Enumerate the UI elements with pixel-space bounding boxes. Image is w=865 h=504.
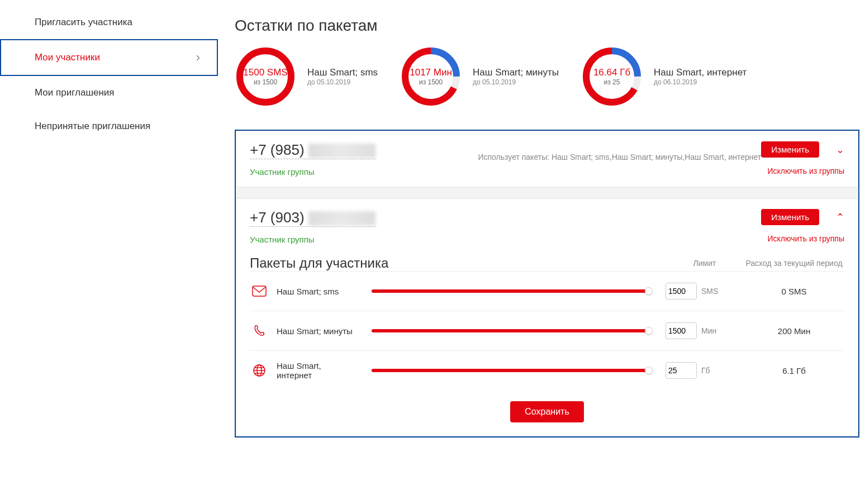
edit-button[interactable]: Изменить	[761, 209, 819, 225]
package-spend: 0 SMS	[744, 287, 844, 296]
sidebar: Пригласить участника Мои участники › Мои…	[0, 0, 218, 443]
remainders-row: 1500 SMS из 1500 Наш Smart; sms до 05.10…	[235, 46, 859, 107]
column-spend: Расход за текущий период	[744, 259, 844, 268]
package-row-minutes: Наш Smart; минуты Мин 200 Мин	[250, 311, 844, 350]
limit-unit: Гб	[701, 366, 710, 375]
sidebar-item-my-members[interactable]: Мои участники ›	[0, 39, 218, 76]
member-phone[interactable]: +7 (985)	[250, 141, 376, 159]
member-card: +7 (903) Участник группы Изменить ⌃ Искл…	[236, 198, 858, 436]
chevron-up-icon[interactable]: ⌃	[836, 211, 844, 224]
phone-prefix: +7 (985)	[250, 141, 305, 158]
globe-icon	[250, 361, 269, 380]
remainders-title: Остатки по пакетам	[235, 17, 859, 35]
limit-unit: Мин	[701, 326, 716, 335]
member-phone[interactable]: +7 (903)	[250, 209, 376, 227]
sidebar-item-label: Мои приглашения	[35, 87, 115, 98]
sidebar-item-pending-invites[interactable]: Непринятые приглашения	[0, 110, 218, 143]
package-name: Наш Smart; sms	[277, 287, 355, 296]
phone-masked	[308, 211, 376, 226]
ring-sub: из 25	[604, 78, 620, 86]
remainder-minutes: 1017 Мин из 1500 Наш Smart; минуты до 05…	[400, 46, 559, 107]
ring-sub: из 1500	[254, 78, 277, 86]
ring-value: 16.64 Гб	[593, 67, 630, 78]
member-role: Участник группы	[250, 235, 376, 244]
remainder-sms: 1500 SMS из 1500 Наш Smart; sms до 05.10…	[235, 46, 378, 107]
member-card: +7 (985) Участник группы Использует паке…	[236, 131, 858, 187]
ring-sub: из 1500	[419, 78, 443, 86]
ring-value: 1017 Мин	[410, 67, 452, 78]
limit-slider[interactable]	[372, 329, 649, 332]
remainder-internet: 16.64 Гб из 25 Наш Smart, интернет до 06…	[581, 46, 747, 107]
phone-masked	[308, 144, 376, 158]
package-spend: 6.1 Гб	[744, 366, 844, 375]
phone-icon	[250, 321, 269, 340]
phone-prefix: +7 (903)	[250, 209, 305, 226]
remainder-date: до 05.10.2019	[473, 78, 559, 86]
sidebar-item-label: Мои участники	[35, 52, 100, 63]
column-limit: Лимит	[666, 259, 744, 268]
svg-rect-8	[253, 286, 266, 296]
exclude-link[interactable]: Исключить из группы	[767, 167, 844, 175]
chevron-down-icon[interactable]: ⌄	[836, 144, 844, 156]
package-name: Наш Smart, интернет	[277, 361, 355, 380]
edit-button[interactable]: Изменить	[761, 141, 819, 158]
ring-sms: 1500 SMS из 1500	[235, 46, 296, 107]
sidebar-item-my-invites[interactable]: Мои приглашения	[0, 76, 218, 110]
ring-value: 1500 SMS	[243, 67, 287, 78]
remainder-name: Наш Smart, интернет	[654, 67, 747, 78]
ring-minutes: 1017 Мин из 1500	[400, 46, 462, 107]
save-button[interactable]: Сохранить	[510, 401, 584, 422]
sidebar-item-invite[interactable]: Пригласить участника	[0, 6, 218, 39]
package-row-internet: Наш Smart, интернет Гб 6.1 Гб	[250, 350, 844, 390]
exclude-link[interactable]: Исключить из группы	[767, 234, 844, 243]
packages-title: Пакеты для участника	[250, 255, 666, 271]
members-panel: +7 (985) Участник группы Использует паке…	[235, 130, 859, 438]
envelope-icon	[250, 282, 269, 301]
ring-internet: 16.64 Гб из 25	[581, 46, 643, 107]
package-row-sms: Наш Smart; sms SMS 0 SMS	[250, 271, 844, 311]
package-spend: 200 Мин	[744, 326, 844, 336]
sidebar-item-label: Пригласить участника	[35, 17, 132, 28]
limit-slider[interactable]	[372, 369, 649, 372]
main-content: Остатки по пакетам 1500 SMS из 1500 Наш …	[218, 0, 865, 443]
limit-unit: SMS	[701, 287, 718, 296]
sidebar-item-label: Непринятые приглашения	[35, 121, 150, 132]
remainder-name: Наш Smart; минуты	[473, 67, 559, 78]
member-uses: Использует пакеты: Наш Smart; sms,Наш Sm…	[478, 153, 761, 161]
remainder-date: до 06.10.2019	[654, 78, 747, 86]
limit-input[interactable]	[666, 362, 697, 379]
remainder-name: Наш Smart; sms	[307, 67, 378, 78]
member-role: Участник группы	[250, 167, 376, 177]
remainder-date: до 05.10.2019	[307, 78, 378, 86]
limit-input[interactable]	[666, 322, 697, 339]
limit-input[interactable]	[666, 283, 697, 299]
chevron-right-icon: ›	[196, 50, 200, 65]
package-name: Наш Smart; минуты	[277, 326, 355, 336]
limit-slider[interactable]	[372, 289, 649, 293]
packages-header: Пакеты для участника Лимит Расход за тек…	[250, 255, 844, 271]
